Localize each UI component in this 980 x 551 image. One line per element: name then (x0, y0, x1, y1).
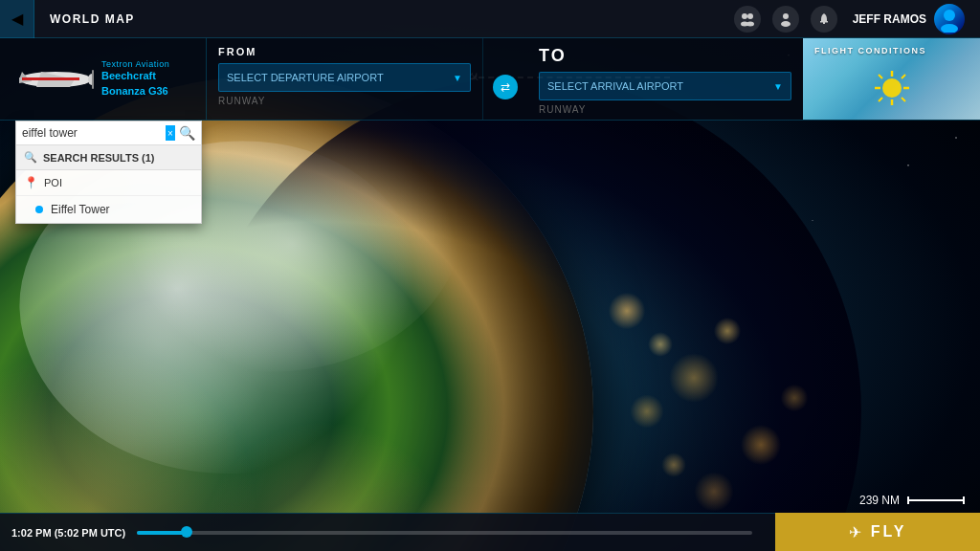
aircraft-image (8, 53, 94, 105)
poi-result-label: Eiffel Tower (51, 203, 110, 216)
user-avatar (934, 4, 965, 34)
from-label: FROM (218, 46, 471, 57)
distance-line (907, 499, 965, 501)
swap-icon: ⇄ (501, 80, 510, 94)
search-input-row: × 🔍 (16, 121, 201, 145)
profile-icon-button[interactable] (768, 2, 803, 36)
conditions-label: FLIGHT CONDITIONS (814, 46, 969, 55)
top-navigation: ◀ WORLD MAP (0, 0, 980, 38)
results-count-label: SEARCH RESULTS (1) (43, 152, 155, 164)
poi-category-icon: 📍 (24, 176, 38, 189)
departure-airport-placeholder: SELECT DEPARTURE AIRPORT (227, 72, 384, 83)
arrival-dropdown-arrow: ▼ (773, 81, 783, 92)
arrival-runway-label: RUNWAY (539, 104, 791, 115)
flight-conditions-section[interactable]: FLIGHT CONDITIONS (803, 38, 980, 120)
time-display: 1:02 PM (5:02 PM UTC) (11, 527, 125, 539)
nav-title: WORLD MAP (34, 12, 730, 26)
eiffel-tower-result[interactable]: Eiffel Tower (16, 196, 201, 223)
from-section: FROM SELECT DEPARTURE AIRPORT ▼ RUNWAY (207, 38, 483, 120)
svg-line-22 (879, 75, 882, 78)
search-input[interactable] (22, 126, 166, 140)
distance-value: 239 NM (859, 494, 900, 507)
time-bar: 1:02 PM (5:02 PM UTC) (0, 513, 775, 551)
nav-right-icons: JEFF RAMOS (730, 2, 980, 36)
aircraft-name-highlight: Beechcraft Bonanza G36 (101, 70, 168, 96)
search-submit-icon[interactable]: 🔍 (179, 125, 195, 141)
time-slider-fill (137, 531, 186, 535)
weather-icon (814, 63, 969, 112)
swap-airports-button[interactable]: ⇄ (493, 75, 518, 99)
svg-rect-14 (22, 77, 79, 80)
swap-section: ⇄ (483, 38, 527, 120)
departure-airport-select[interactable]: SELECT DEPARTURE AIRPORT ▼ (218, 63, 471, 92)
profile-icon (772, 6, 799, 33)
search-panel: × 🔍 🔍 SEARCH RESULTS (1) 📍 POI Eiffel To… (15, 121, 202, 224)
clear-icon: × (167, 128, 173, 139)
aircraft-info: Textron Aviation Beechcraft Bonanza G36 (94, 59, 198, 99)
to-label: TO (539, 46, 567, 66)
svg-line-23 (902, 98, 905, 101)
svg-rect-16 (92, 70, 94, 89)
aircraft-name: Beechcraft Bonanza G36 (101, 69, 198, 99)
poi-category-row: 📍 POI (16, 170, 201, 196)
departure-runway-label: RUNWAY (218, 96, 471, 106)
aircraft-brand: Textron Aviation (101, 59, 198, 69)
departure-dropdown-arrow: ▼ (453, 73, 462, 83)
fly-plane-icon: ✈ (849, 523, 861, 541)
fly-button[interactable]: ✈ FLY (775, 513, 980, 551)
notification-icon-button[interactable] (807, 2, 841, 36)
arrival-airport-select[interactable]: SELECT ARRIVAL AIRPORT ▼ (539, 72, 791, 100)
brand-prefix: Textron Aviation (101, 59, 169, 69)
user-name: JEFF RAMOS (853, 12, 926, 26)
svg-line-24 (902, 75, 905, 78)
svg-line-25 (879, 98, 882, 101)
svg-point-8 (944, 10, 955, 21)
back-icon: ◀ (11, 10, 23, 28)
svg-point-4 (783, 13, 789, 19)
results-search-icon: 🔍 (24, 151, 37, 164)
community-icon-button[interactable] (730, 2, 765, 36)
svg-point-3 (746, 21, 754, 26)
community-icon (734, 6, 761, 33)
search-results-header: 🔍 SEARCH RESULTS (1) (16, 145, 201, 170)
distance-indicator: 239 NM (859, 494, 965, 507)
poi-category-label: POI (44, 177, 62, 188)
svg-point-1 (747, 13, 753, 19)
svg-point-9 (941, 24, 958, 33)
back-button[interactable]: ◀ (0, 0, 34, 38)
arrival-airport-placeholder: SELECT ARRIVAL AIRPORT (547, 80, 683, 92)
search-clear-button[interactable]: × (166, 125, 175, 141)
time-slider-thumb[interactable] (181, 526, 192, 538)
user-profile[interactable]: JEFF RAMOS (845, 4, 972, 34)
flight-bar: FROM SELECT DEPARTURE AIRPORT ▼ RUNWAY ⇄… (207, 38, 980, 121)
to-section: TO SELECT ARRIVAL AIRPORT ▼ RUNWAY (527, 38, 803, 120)
poi-dot-icon (35, 206, 43, 213)
svg-rect-7 (820, 21, 828, 23)
svg-point-0 (742, 13, 747, 19)
aircraft-panel: Textron Aviation Beechcraft Bonanza G36 (0, 38, 207, 121)
fly-label: FLY (871, 523, 907, 540)
svg-point-5 (781, 21, 791, 27)
time-slider[interactable] (137, 531, 752, 535)
notification-icon (811, 6, 837, 33)
svg-point-17 (882, 78, 902, 98)
